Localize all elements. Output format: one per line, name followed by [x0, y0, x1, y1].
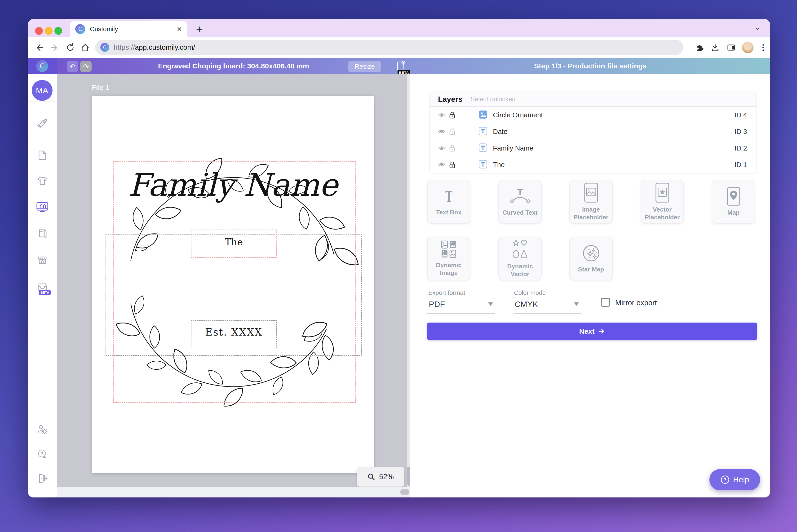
dynamic-vector-tool[interactable]: Dynamic Vector	[498, 237, 542, 281]
horizontal-scrollbar[interactable]	[57, 487, 410, 497]
arrow-right-icon	[598, 328, 605, 335]
dynamic-image-tool[interactable]: Dynamic Image	[427, 237, 471, 281]
visibility-eye-icon[interactable]	[438, 129, 445, 134]
logout-icon[interactable]	[36, 472, 49, 484]
lock-closed-icon[interactable]	[449, 161, 455, 168]
map-tool[interactable]: Map	[712, 180, 755, 224]
browser-profile-avatar[interactable]	[742, 42, 754, 53]
account-settings-icon[interactable]	[36, 424, 49, 436]
layer-name: Date	[493, 128, 507, 136]
visibility-eye-icon[interactable]	[438, 162, 445, 167]
layer-row[interactable]: Family Name ID 2	[430, 140, 757, 156]
image-placeholder-icon	[584, 183, 598, 203]
customily-favicon: C	[75, 24, 85, 34]
catalog-icon[interactable]	[36, 227, 49, 240]
zoom-window-button[interactable]	[54, 27, 62, 35]
layer-row[interactable]: Circle Ornament ID 4	[430, 107, 757, 123]
wizard-step-header: Step 1/3 - Production file settings	[410, 58, 770, 74]
app-logo-block: C	[28, 58, 57, 74]
step-title: Step 1/3 - Production file settings	[410, 58, 770, 74]
dynamic-vector-icon	[511, 239, 529, 260]
vertical-scrollbar-thumb[interactable]	[407, 467, 410, 486]
account-avatar[interactable]: MA	[32, 80, 53, 101]
home-button[interactable]	[79, 42, 91, 53]
design-monitor-icon[interactable]	[36, 201, 49, 213]
text-box-tool[interactable]: Text Box	[427, 180, 471, 224]
text-layer-icon	[479, 144, 487, 153]
download-icon[interactable]	[709, 42, 721, 53]
lock-closed-icon[interactable]	[449, 112, 455, 118]
star-map-tool[interactable]: Star Map	[569, 237, 613, 281]
design-canvas[interactable]: File 1 Family Name The Est. XXXX 52%	[57, 74, 410, 487]
new-tab-button[interactable]: +	[193, 23, 205, 35]
curved-text-tool[interactable]: Curved Text	[498, 180, 542, 224]
svg-text:?: ?	[40, 451, 43, 456]
tshirt-icon[interactable]	[36, 175, 49, 187]
reload-button[interactable]	[64, 42, 76, 53]
forward-button[interactable]	[49, 42, 61, 53]
help-button[interactable]: ? Help	[709, 469, 760, 490]
file-label: File 1	[92, 84, 109, 92]
layers-title: Layers	[438, 95, 462, 104]
next-button[interactable]: Next	[427, 323, 757, 340]
mirror-export-checkbox[interactable]	[601, 298, 610, 307]
layer-id: ID 3	[735, 128, 747, 136]
layer-row[interactable]: The ID 1	[430, 156, 757, 173]
rocket-icon[interactable]	[36, 117, 49, 129]
visibility-eye-icon[interactable]	[438, 146, 445, 151]
side-panel-icon[interactable]	[725, 42, 737, 53]
layer-id: ID 2	[735, 144, 747, 152]
dynamic-image-icon	[441, 241, 457, 259]
layer-row[interactable]: Date ID 3	[430, 123, 757, 140]
customily-logo: C	[36, 60, 48, 72]
tab-strip: C Customily ✕ + ⌄	[28, 19, 770, 37]
color-mode-select[interactable]: CMYK	[515, 300, 538, 309]
text-box-icon	[441, 187, 456, 206]
horizontal-scrollbar-thumb[interactable]	[400, 489, 410, 495]
browser-tab[interactable]: C Customily ✕	[70, 21, 187, 37]
est-bounds[interactable]: Est. XXXX	[191, 320, 277, 348]
export-format-select[interactable]: PDF	[429, 300, 445, 309]
caret-down-icon[interactable]	[574, 302, 579, 306]
color-mode-label: Color mode	[514, 289, 546, 297]
text-layer-icon	[479, 127, 487, 136]
visibility-eye-icon[interactable]	[438, 112, 445, 118]
minimize-window-button[interactable]	[45, 27, 53, 35]
help-bubble-icon[interactable]: ?	[36, 448, 49, 460]
image-layer-icon	[479, 110, 487, 120]
desktop-background: C Customily ✕ + ⌄ C https://app.customil…	[0, 0, 797, 532]
redo-button[interactable]: ↷	[80, 61, 92, 72]
tab-close-icon[interactable]: ✕	[177, 25, 182, 33]
sidebar-beta-badge: BETA	[39, 290, 51, 295]
file-icon[interactable]	[36, 149, 49, 162]
the-bounds[interactable]: The	[191, 230, 277, 258]
color-mode-underline	[513, 314, 581, 314]
back-button[interactable]	[33, 42, 45, 53]
url-text: https://app.customily.com/	[114, 43, 195, 51]
resize-button[interactable]: Resize	[348, 61, 381, 72]
zoom-control[interactable]: 52%	[357, 467, 404, 487]
image-placeholder-tool[interactable]: Image Placeholder	[569, 180, 613, 224]
extensions-icon[interactable]	[694, 42, 705, 53]
store-icon[interactable]	[36, 254, 49, 266]
vector-placeholder-icon	[655, 183, 669, 203]
close-window-button[interactable]	[35, 27, 43, 35]
mockup-beta-icon[interactable]: BETA	[396, 61, 406, 72]
tab-title: Customily	[90, 25, 177, 33]
zoom-value: 52%	[379, 473, 394, 481]
lock-open-icon[interactable]	[449, 128, 455, 135]
lock-open-icon[interactable]	[449, 145, 455, 152]
tab-search-chevron-icon[interactable]: ⌄	[754, 22, 761, 32]
vector-placeholder-tool[interactable]: Vector Placeholder	[641, 180, 684, 224]
caret-down-icon[interactable]	[488, 302, 493, 306]
vertical-scrollbar[interactable]	[407, 74, 410, 487]
url-bar[interactable]: C https://app.customily.com/	[95, 40, 683, 55]
layer-name: The	[493, 161, 505, 169]
undo-button[interactable]: ↶	[67, 61, 78, 72]
text-layer-icon	[479, 160, 487, 169]
url-favicon: C	[100, 43, 109, 52]
browser-menu-icon[interactable]	[758, 42, 769, 53]
layer-id: ID 4	[735, 111, 747, 119]
select-unlocked-action[interactable]: Select unlocked	[471, 96, 516, 103]
svg-text:?: ?	[724, 477, 726, 482]
